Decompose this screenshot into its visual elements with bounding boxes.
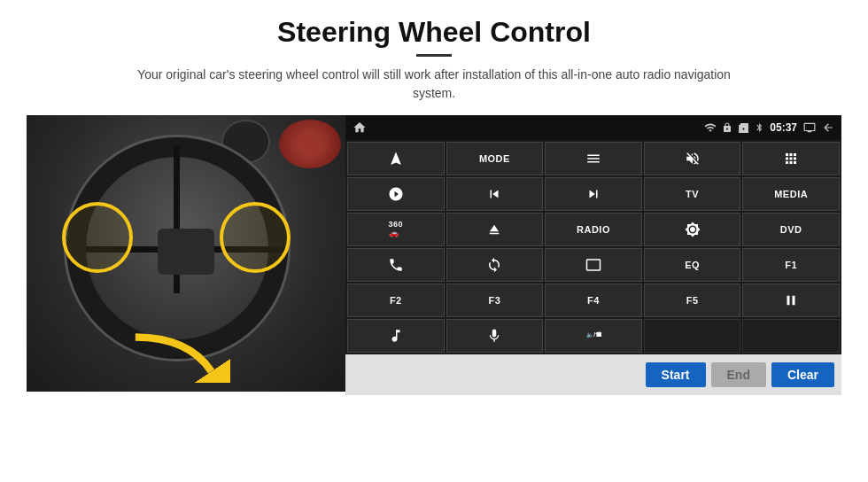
f1-button[interactable]: F1 (742, 248, 840, 282)
status-time: 05:37 (770, 121, 797, 134)
action-bar: Start End Clear (345, 354, 841, 395)
music-button[interactable] (347, 319, 445, 353)
button-grid: MODE (345, 140, 841, 354)
bluetooth-icon (755, 121, 764, 134)
home-icon (353, 120, 367, 135)
microphone-icon (486, 328, 502, 344)
apps-icon (783, 151, 799, 167)
360cam-button[interactable]: 360🚗 (347, 213, 445, 246)
circle-left-highlight (62, 202, 133, 273)
empty-btn-1 (644, 319, 741, 353)
play-pause-button[interactable] (742, 284, 840, 317)
mode-button[interactable]: MODE (446, 142, 544, 175)
arrow-icon (124, 330, 230, 383)
swirl-button[interactable] (446, 248, 544, 282)
dvd-button[interactable]: DVD (742, 213, 840, 246)
circle-right-highlight (220, 202, 291, 273)
prev-track-button[interactable] (446, 177, 544, 211)
vol-phone-icon: 🔈/☎ (585, 328, 601, 344)
eq-button[interactable]: EQ (644, 248, 741, 282)
radio-button[interactable]: RADIO (545, 213, 642, 246)
page-subtitle: Your original car's steering wheel contr… (124, 66, 744, 103)
eject-button[interactable] (446, 213, 544, 246)
lock-icon (722, 122, 732, 133)
status-bar: 05:37 (345, 115, 841, 140)
control-panel: 05:37 MODE (345, 115, 841, 395)
status-bar-left (353, 120, 367, 135)
window-icon (585, 257, 601, 273)
f4-button[interactable]: F4 (545, 284, 642, 317)
next-track-icon (585, 186, 601, 202)
prev-track-icon (486, 186, 502, 202)
nav-arrow-button[interactable] (347, 142, 445, 175)
start-button[interactable]: Start (646, 362, 706, 387)
wifi-icon (704, 121, 717, 134)
empty-btn-2 (742, 319, 840, 353)
f5-button[interactable]: F5 (644, 284, 741, 317)
back-icon (822, 121, 834, 134)
microphone-button[interactable] (446, 319, 544, 353)
title-divider (416, 54, 452, 57)
page-title: Steering Wheel Control (277, 16, 591, 49)
media-button[interactable]: MEDIA (742, 177, 840, 211)
music-icon (388, 328, 404, 344)
brightness-icon (685, 222, 701, 237)
play-pause-icon (783, 292, 799, 308)
f3-button[interactable]: F3 (446, 284, 544, 317)
list-button[interactable] (545, 142, 642, 175)
swirl-icon (486, 257, 502, 273)
brightness-button[interactable] (644, 213, 741, 246)
end-button[interactable]: End (711, 362, 766, 387)
nav-arrow-icon (388, 151, 404, 167)
list-icon (585, 151, 601, 167)
tv-button[interactable]: TV (644, 177, 741, 211)
eject-icon (486, 222, 502, 237)
phone-button[interactable] (347, 248, 445, 282)
content-row: 05:37 MODE (27, 115, 841, 395)
phone-icon (388, 257, 404, 273)
settings-button[interactable] (347, 177, 445, 211)
f2-button[interactable]: F2 (347, 284, 445, 317)
mute-button[interactable] (644, 142, 741, 175)
status-bar-right: 05:37 (704, 121, 834, 134)
svg-text:🔈/☎: 🔈/☎ (586, 330, 601, 338)
apps-button[interactable] (742, 142, 840, 175)
vol-phone-button[interactable]: 🔈/☎ (545, 319, 642, 353)
mute-icon (685, 151, 701, 167)
clear-button[interactable]: Clear (771, 362, 834, 387)
settings-icon (388, 186, 404, 202)
screen-icon (802, 121, 817, 134)
next-track-button[interactable] (545, 177, 642, 211)
window-button[interactable] (545, 248, 642, 282)
steering-wheel-image (27, 115, 345, 392)
sim-icon (738, 122, 749, 134)
